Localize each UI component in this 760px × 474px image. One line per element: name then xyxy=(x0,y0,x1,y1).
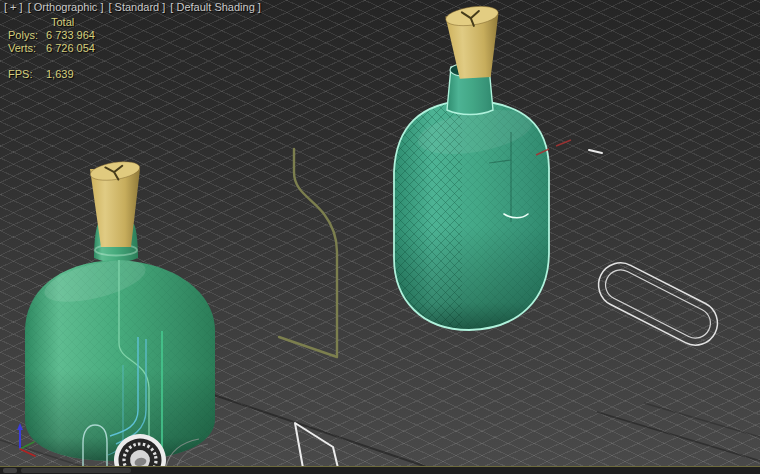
viewport-label-bar: [ + ] [ Orthographic ] [ Standard ] [ De… xyxy=(4,1,261,14)
shape-profile-spline[interactable] xyxy=(279,149,337,357)
polys-value: 6 733 964 xyxy=(46,29,95,42)
shape-capsule-outline[interactable] xyxy=(591,255,725,352)
white-tick xyxy=(589,150,602,153)
stats-spacer xyxy=(8,16,46,29)
viewport-menu-general[interactable]: [ + ] xyxy=(4,1,23,14)
bottom-bar-track[interactable] xyxy=(21,468,131,473)
object-bottle-right-selected[interactable] xyxy=(394,3,602,330)
viewport-menu-pov[interactable]: [ Orthographic ] xyxy=(28,1,104,14)
viewport[interactable]: [ + ] [ Orthographic ] [ Standard ] [ De… xyxy=(0,0,760,474)
bottom-bar-button[interactable] xyxy=(3,468,17,473)
stats-polys-row: Polys: 6 733 964 xyxy=(8,29,95,42)
viewport-canvas[interactable] xyxy=(0,0,760,474)
viewport-menu-standard[interactable]: [ Standard ] xyxy=(108,1,165,14)
verts-label: Verts: xyxy=(8,42,46,55)
viewport-menu-shading[interactable]: [ Default Shading ] xyxy=(170,1,261,14)
stats-fps-row: FPS: 1,639 xyxy=(8,68,95,81)
polys-label: Polys: xyxy=(8,29,46,42)
viewport-statistics: Total Polys: 6 733 964 Verts: 6 726 054 … xyxy=(8,16,95,81)
axis-z-arrowhead xyxy=(17,423,23,430)
fps-label: FPS: xyxy=(8,68,46,81)
bottom-bar xyxy=(0,466,760,474)
verts-value: 6 726 054 xyxy=(46,42,95,55)
object-bottle-left[interactable] xyxy=(25,159,215,461)
stats-header: Total xyxy=(46,16,74,29)
stats-header-row: Total xyxy=(8,16,95,29)
fps-value: 1,639 xyxy=(46,68,74,81)
stats-verts-row: Verts: 6 726 054 xyxy=(8,42,95,55)
